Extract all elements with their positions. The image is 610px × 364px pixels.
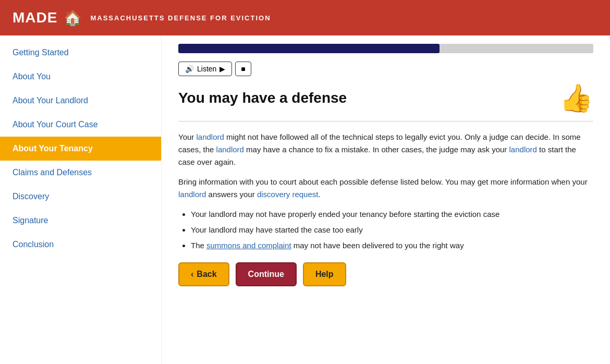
- app-header: MADE 🏠 MASSACHUSETTS DEFENSE FOR EVICTIO…: [0, 0, 610, 35]
- highlight-landlord-4: landlord: [178, 190, 206, 199]
- bottom-buttons: ‹ Back Continue Help: [178, 262, 593, 286]
- highlight-discovery: discovery request: [257, 190, 319, 199]
- highlight-landlord-2: landlord: [216, 145, 244, 154]
- sidebar-item-about-your-tenancy[interactable]: About Your Tenancy: [0, 137, 161, 161]
- list-item-1: Your landlord may not have properly ende…: [191, 208, 593, 221]
- list-item-2: Your landlord may have started the case …: [191, 224, 593, 236]
- progress-bar-container: [178, 44, 593, 53]
- back-label: Back: [197, 270, 216, 279]
- progress-bar: [178, 44, 440, 53]
- page-title: You may have a defense: [178, 90, 347, 106]
- main-layout: Getting Started About You About Your Lan…: [0, 35, 610, 364]
- sidebar-item-about-you[interactable]: About You: [0, 65, 161, 89]
- sidebar: Getting Started About You About Your Lan…: [0, 35, 162, 364]
- title-row: You may have a defense 👍: [178, 84, 593, 122]
- defense-list: Your landlord may not have properly ende…: [191, 208, 593, 252]
- stop-button[interactable]: ■: [235, 62, 251, 76]
- sidebar-item-about-your-landlord[interactable]: About Your Landlord: [0, 89, 161, 113]
- help-button[interactable]: Help: [303, 262, 346, 286]
- body-paragraph-1: Your landlord might not have followed al…: [178, 131, 593, 168]
- sidebar-item-signature[interactable]: Signature: [0, 209, 161, 233]
- sidebar-item-claims-and-defenses[interactable]: Claims and Defenses: [0, 161, 161, 185]
- list-item-3: The summons and complaint may not have b…: [191, 239, 593, 252]
- sidebar-item-conclusion[interactable]: Conclusion: [0, 233, 161, 257]
- main-content: 🔊 Listen ▶ ■ You may have a defense 👍 Yo…: [162, 35, 610, 364]
- stop-icon: ■: [241, 65, 245, 73]
- sidebar-item-getting-started[interactable]: Getting Started: [0, 41, 161, 65]
- logo-text: MADE: [13, 9, 57, 26]
- highlight-landlord-1: landlord: [196, 132, 224, 141]
- sidebar-item-about-your-court-case[interactable]: About Your Court Case: [0, 113, 161, 137]
- listen-bar: 🔊 Listen ▶ ■: [178, 62, 593, 76]
- speaker-icon: 🔊: [185, 65, 194, 73]
- body-paragraph-2: Bring information with you to court abou…: [178, 176, 593, 201]
- house-icon: 🏠: [64, 9, 82, 27]
- listen-label: Listen: [197, 65, 216, 73]
- play-icon: ▶: [219, 65, 225, 73]
- highlight-landlord-3: landlord: [509, 145, 537, 154]
- back-chevron-icon: ‹: [191, 270, 193, 279]
- summons-complaint-link[interactable]: summons and complaint: [206, 241, 291, 250]
- sidebar-item-discovery[interactable]: Discovery: [0, 185, 161, 209]
- continue-button[interactable]: Continue: [236, 262, 297, 286]
- back-button[interactable]: ‹ Back: [178, 262, 229, 286]
- help-label: Help: [315, 270, 334, 278]
- listen-button[interactable]: 🔊 Listen ▶: [178, 62, 232, 76]
- header-subtitle: MASSACHUSETTS DEFENSE FOR EVICTION: [90, 14, 271, 22]
- continue-label: Continue: [248, 270, 284, 278]
- thumbs-up-icon: 👍: [559, 84, 593, 112]
